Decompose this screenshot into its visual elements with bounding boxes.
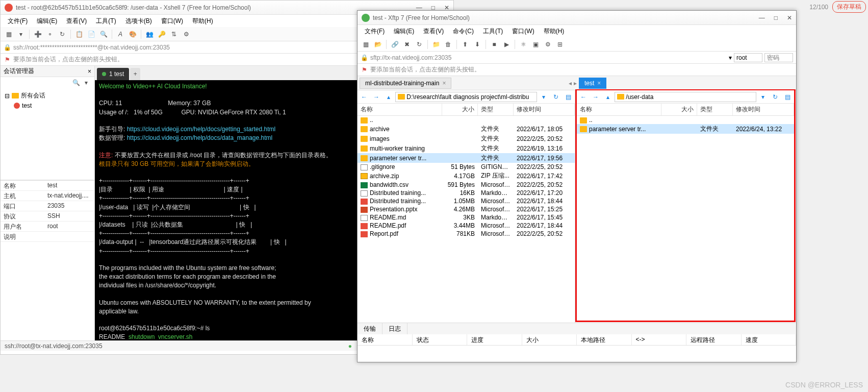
delete-icon[interactable]: 🗑 <box>443 39 453 50</box>
menu-view[interactable]: 查看(V) <box>62 16 91 27</box>
terminal-tab-test[interactable]: 1 test <box>97 68 129 80</box>
col-date[interactable]: 修改时间 <box>733 104 794 115</box>
trans-col[interactable]: 远程路径 <box>686 334 742 345</box>
refresh-icon[interactable]: ↻ <box>550 92 561 102</box>
paste-icon[interactable]: 📄 <box>86 29 96 39</box>
menu-window[interactable]: 窗口(W) <box>157 16 187 27</box>
xftp-titlebar[interactable]: test - Xftp 7 (Free for Home/School) — □… <box>358 11 796 25</box>
open-icon[interactable]: ▾ <box>16 29 26 39</box>
xftp-addressbar[interactable]: 🔒 sftp://tx-nat.videojj.com:23035 ▾ <box>358 52 796 64</box>
view-icon[interactable]: ▤ <box>563 92 574 102</box>
close-button[interactable]: ✕ <box>787 14 792 21</box>
password-input[interactable] <box>764 53 793 62</box>
menu-file[interactable]: 文件(F) <box>4 16 32 27</box>
dropdown-icon[interactable]: ▾ <box>538 92 549 102</box>
menu-help[interactable]: 帮助(H) <box>188 16 217 27</box>
file-row[interactable]: README.md 3KB Markdow... 2022/6/17, 15:4… <box>358 213 575 222</box>
remote-tab[interactable]: test × <box>579 78 606 89</box>
menu-tab[interactable]: 选项卡(B) <box>121 16 156 27</box>
new-tab-button[interactable]: + <box>130 68 140 80</box>
key-icon[interactable]: 🔑 <box>157 29 167 39</box>
back-icon[interactable]: ← <box>359 92 370 102</box>
col-date[interactable]: 修改时间 <box>514 104 575 115</box>
new-icon[interactable]: ▦ <box>361 39 371 50</box>
sync-icon[interactable]: ⚛ <box>518 39 528 50</box>
trans-col[interactable]: 大小 <box>522 334 577 345</box>
file-row[interactable]: Report.pdf 781KB Microsoft... 2022/2/25,… <box>358 230 575 238</box>
file-row[interactable]: parameter server tr... 文件夹 2022/6/24, 13… <box>577 124 794 134</box>
upload-icon[interactable]: ⬆ <box>460 39 470 50</box>
grid-icon[interactable]: ⊞ <box>555 39 565 50</box>
col-name[interactable]: 名称 <box>577 104 661 115</box>
search-icon[interactable]: 🔍 <box>98 29 109 39</box>
file-row[interactable]: archive 文件夹 2022/6/17, 18:05 <box>358 124 575 134</box>
remote-path-input[interactable]: /user-data <box>615 92 756 102</box>
up-icon[interactable]: ▴ <box>383 92 394 102</box>
filter-icon[interactable]: 🔍 <box>71 78 81 88</box>
new-icon[interactable]: ▦ <box>4 29 14 39</box>
col-name[interactable]: 名称 <box>358 104 442 115</box>
menu-tools[interactable]: 工具(T) <box>479 26 507 37</box>
trans-col[interactable]: 进度 <box>467 334 522 345</box>
ftp-icon[interactable]: ⇅ <box>169 29 179 39</box>
maximize-button[interactable]: □ <box>774 14 778 21</box>
connect-icon[interactable]: 🔗 <box>390 39 400 50</box>
reconnect-icon[interactable]: ↻ <box>57 29 67 39</box>
disconnect-icon[interactable]: ⚬ <box>45 29 55 39</box>
trans-col[interactable]: <-> <box>632 334 687 345</box>
term-icon[interactable]: ▣ <box>530 39 541 50</box>
log-tab[interactable]: 日志 <box>382 323 407 334</box>
forward-icon[interactable]: → <box>590 92 601 102</box>
reconnect-icon[interactable]: ↻ <box>414 39 424 50</box>
tab-close-icon[interactable]: × <box>442 80 446 87</box>
dropdown-icon[interactable]: ▾ <box>757 92 769 102</box>
settings-icon[interactable]: ⚙ <box>181 29 191 39</box>
file-row[interactable]: archive.zip 4.17GB ZIP 压缩... 2022/6/17, … <box>358 171 575 181</box>
local-path-input[interactable]: D:\research\fault diagnosis project\ml-d… <box>395 92 537 102</box>
file-row[interactable]: Presentation.pptx 4.26MB Microsoft... 20… <box>358 205 575 213</box>
back-icon[interactable]: ← <box>578 92 589 102</box>
menu-edit[interactable]: 编辑(E) <box>33 16 61 27</box>
prev-tab-icon[interactable]: ◂ <box>569 80 572 87</box>
tab-close-icon[interactable]: × <box>597 80 601 87</box>
user-input[interactable] <box>734 53 762 62</box>
file-row[interactable]: .. <box>358 116 575 124</box>
open-icon[interactable]: 📂 <box>373 39 383 50</box>
tree-root[interactable]: ⊟ 所有会话 <box>3 90 92 101</box>
menu-edit[interactable]: 编辑(E) <box>390 26 418 37</box>
dropdown-icon[interactable]: ▾ <box>729 54 732 61</box>
trans-col[interactable]: 名称 <box>358 334 413 345</box>
new-folder-icon[interactable]: 📁 <box>431 39 441 50</box>
file-row[interactable]: parameter server tr... 文件夹 2022/6/17, 19… <box>358 153 575 163</box>
file-row[interactable]: bandwidth.csv 591 Bytes Microsoft... 202… <box>358 181 575 189</box>
column-headers[interactable]: 名称 大小 类型 修改时间 <box>358 104 575 116</box>
menu-file[interactable]: 文件(F) <box>361 26 389 37</box>
col-type[interactable]: 类型 <box>478 104 514 115</box>
column-headers[interactable]: 名称 大小 类型 修改时间 <box>577 104 794 116</box>
download-icon[interactable]: ⬇ <box>472 39 482 50</box>
trans-col[interactable]: 本地路径 <box>577 334 632 345</box>
up-icon[interactable]: ▴ <box>602 92 614 102</box>
menu-help[interactable]: 帮助(H) <box>540 26 569 37</box>
col-type[interactable]: 类型 <box>697 104 733 115</box>
view-icon[interactable]: ▤ <box>782 92 793 102</box>
file-row[interactable]: README.pdf 3.44MB Microsoft... 2022/6/17… <box>358 222 575 230</box>
file-row[interactable]: multi-worker training 文件夹 2022/6/19, 13:… <box>358 143 575 153</box>
sidebar-close-icon[interactable]: × <box>88 68 91 75</box>
file-row[interactable]: .gitignore 51 Bytes GITIGNO... 2022/2/25… <box>358 163 575 171</box>
menu-view[interactable]: 查看(V) <box>419 26 448 37</box>
color-icon[interactable]: 🎨 <box>127 29 138 39</box>
menu-cmd[interactable]: 命令(C) <box>449 26 478 37</box>
tree-session-test[interactable]: test <box>3 101 92 110</box>
connect-icon[interactable]: ➕ <box>33 29 43 39</box>
minimize-button[interactable]: — <box>759 14 765 21</box>
col-size[interactable]: 大小 <box>661 104 697 115</box>
forward-icon[interactable]: → <box>371 92 382 102</box>
save-draft-button[interactable]: 保存草稿 <box>832 1 866 13</box>
file-row[interactable]: Distributed training... 1.05MB Microsoft… <box>358 197 575 205</box>
local-tab[interactable]: ml-distributed-training-main × <box>360 78 451 89</box>
dropdown-icon[interactable]: ▾ <box>81 78 91 88</box>
menu-window[interactable]: 窗口(W) <box>508 26 538 37</box>
trans-col[interactable]: 速度 <box>742 334 797 345</box>
users-icon[interactable]: 👥 <box>144 29 155 39</box>
